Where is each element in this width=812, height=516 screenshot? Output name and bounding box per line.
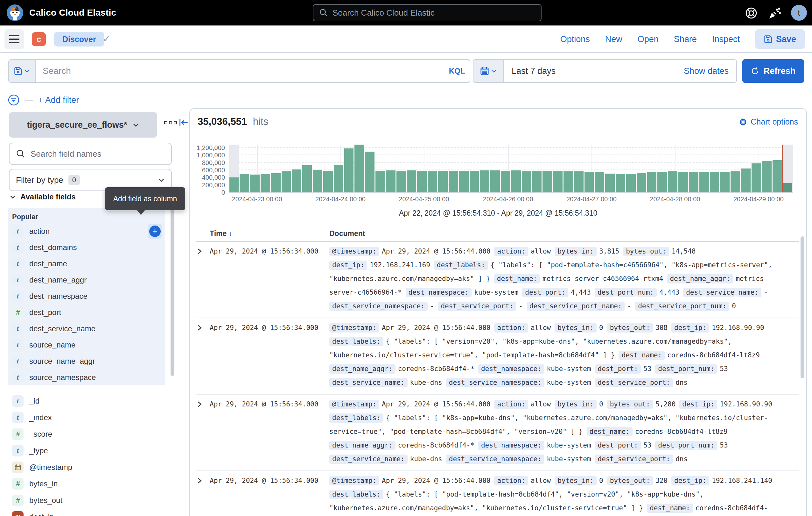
space-badge[interactable]: c	[32, 32, 46, 46]
histogram-bar[interactable]	[323, 171, 333, 192]
histogram-bar[interactable]	[282, 171, 291, 193]
histogram-bar[interactable]	[386, 170, 396, 192]
histogram-bar[interactable]	[365, 152, 375, 192]
kql-syntax-button[interactable]: KQL	[444, 60, 470, 82]
chart-plot[interactable]	[229, 144, 793, 193]
saved-query-menu-button[interactable]	[9, 60, 36, 82]
nav-link-options[interactable]: Options	[560, 34, 590, 44]
histogram-bar[interactable]	[480, 170, 489, 192]
histogram-bar[interactable]	[699, 172, 709, 192]
histogram-bar[interactable]	[668, 171, 677, 192]
nav-link-inspect[interactable]: Inspect	[712, 34, 740, 44]
sort-descending-icon[interactable]: ↓	[229, 229, 233, 238]
histogram-bar[interactable]	[344, 148, 354, 192]
add-filter-link[interactable]: + Add filter	[38, 95, 79, 105]
histogram-bar[interactable]	[616, 174, 625, 192]
available-fields-toggle[interactable]: Available fields	[9, 192, 76, 201]
histogram-bar[interactable]	[375, 171, 385, 192]
histogram-bar[interactable]	[261, 174, 270, 192]
field-search-input[interactable]: Search field names	[9, 143, 172, 165]
add-field-button[interactable]: +	[148, 224, 162, 239]
histogram-bar[interactable]	[783, 183, 792, 192]
field-item-dest_name[interactable]: tdest_name	[8, 255, 165, 272]
global-search-input[interactable]: Search Calico Cloud Elastic	[313, 4, 542, 21]
index-pattern-button[interactable]: tigera_secure_ee_flows*	[9, 112, 157, 138]
histogram-bar[interactable]	[543, 171, 552, 192]
field-item-_type[interactable]: t_type	[8, 442, 165, 459]
field-item-dest_domains[interactable]: tdest_domains	[8, 239, 165, 255]
field-item-dest_namespace[interactable]: tdest_namespace	[8, 288, 165, 304]
histogram-bar[interactable]	[605, 173, 615, 193]
histogram-bar[interactable]	[438, 171, 448, 192]
histogram-bar[interactable]	[532, 171, 542, 192]
options-icon[interactable]	[164, 121, 177, 124]
histogram-bar[interactable]	[595, 172, 604, 192]
menu-button[interactable]	[4, 29, 24, 49]
histogram-bar[interactable]	[490, 170, 500, 192]
user-avatar[interactable]: t	[791, 5, 807, 21]
field-item-dest_name_aggr[interactable]: tdest_name_aggr	[8, 272, 165, 288]
histogram-bar[interactable]	[229, 178, 239, 192]
histogram-bar[interactable]	[313, 170, 322, 192]
field-item-dest_ip[interactable]: IPdest_ip	[8, 509, 165, 516]
expand-row-button[interactable]	[196, 399, 210, 468]
histogram-bar[interactable]	[511, 170, 521, 192]
sidebar-scrollbar[interactable]	[171, 208, 174, 376]
histogram-bar[interactable]	[657, 172, 667, 192]
histogram-bar[interactable]	[334, 165, 343, 193]
nav-link-share[interactable]: Share	[674, 34, 697, 44]
breadcrumb-discover[interactable]: Discover	[54, 32, 104, 47]
field-item-@timestamp[interactable]: @timestamp	[8, 459, 165, 476]
chart-options-button[interactable]: Chart options	[738, 117, 798, 127]
histogram-bar[interactable]	[522, 171, 531, 193]
histogram-bar[interactable]	[417, 171, 427, 192]
newsfeed-icon[interactable]	[768, 6, 781, 20]
histogram-bar[interactable]	[584, 172, 594, 192]
histogram-bar[interactable]	[678, 172, 688, 192]
histogram-bar[interactable]	[574, 171, 584, 192]
refresh-button[interactable]: Refresh	[742, 59, 804, 83]
histogram-bar[interactable]	[428, 171, 437, 192]
expand-row-button[interactable]	[196, 476, 210, 516]
expand-row-button[interactable]	[196, 246, 210, 315]
histogram-bar[interactable]	[470, 171, 479, 192]
histogram-bar[interactable]	[501, 171, 510, 192]
histogram-bar[interactable]	[626, 174, 636, 192]
date-quick-menu-button[interactable]	[473, 60, 504, 82]
field-item-_index[interactable]: t_index	[8, 409, 165, 426]
histogram-bar[interactable]	[710, 172, 719, 192]
histogram-bar[interactable]	[459, 171, 469, 192]
nav-link-new[interactable]: New	[605, 34, 622, 44]
field-item-action[interactable]: taction+	[8, 223, 165, 239]
time-range-value[interactable]: Last 7 days	[504, 60, 676, 82]
histogram-bar[interactable]	[762, 161, 772, 192]
histogram-bar[interactable]	[773, 160, 782, 192]
histogram-bar[interactable]	[292, 169, 301, 192]
histogram-bar[interactable]	[407, 170, 416, 192]
histogram-bar[interactable]	[354, 144, 364, 192]
histogram-bar[interactable]	[448, 171, 458, 192]
histogram-bar[interactable]	[240, 174, 249, 192]
histogram-bar[interactable]	[563, 171, 573, 193]
histogram-bar[interactable]	[271, 173, 281, 192]
field-item-source_name[interactable]: tsource_name	[8, 337, 165, 353]
field-item-dest_service_name[interactable]: tdest_service_name	[8, 320, 165, 337]
save-button[interactable]: Save	[755, 29, 805, 49]
show-dates-link[interactable]: Show dates	[676, 60, 736, 82]
field-item-_id[interactable]: t_id	[8, 393, 165, 409]
table-scrollbar[interactable]	[801, 236, 804, 378]
expand-row-button[interactable]	[196, 323, 210, 391]
field-item-bytes_out[interactable]: #bytes_out	[8, 492, 165, 509]
time-column-header[interactable]: Time ↓	[210, 229, 232, 238]
help-icon[interactable]	[745, 6, 758, 20]
field-item-dest_port[interactable]: #dest_port	[8, 304, 165, 320]
histogram-bar[interactable]	[720, 172, 730, 192]
histogram-bar[interactable]	[302, 165, 312, 192]
histogram-bar[interactable]	[752, 163, 761, 192]
field-item-source_name_aggr[interactable]: tsource_name_aggr	[8, 353, 165, 369]
field-item-_score[interactable]: #_score	[8, 426, 165, 442]
histogram-bar[interactable]	[730, 171, 740, 192]
field-item-source_namespace[interactable]: tsource_namespace	[8, 369, 165, 385]
histogram-bar[interactable]	[553, 171, 562, 192]
histogram-bar[interactable]	[250, 174, 260, 192]
